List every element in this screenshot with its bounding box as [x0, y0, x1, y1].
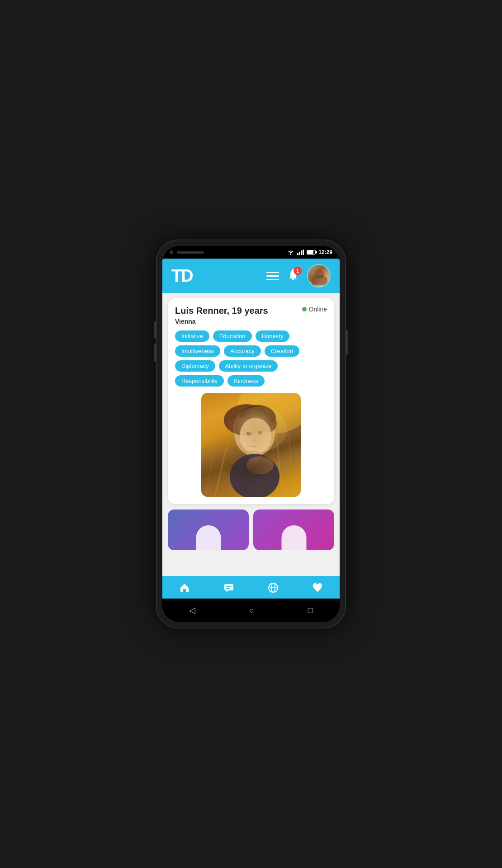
suggestion-card-1[interactable] [168, 509, 249, 550]
back-button[interactable]: ◁ [189, 605, 195, 615]
nav-home[interactable] [172, 580, 197, 595]
suggestion-avatar-1 [196, 525, 221, 550]
app-logo: TD [171, 266, 193, 286]
online-status: Online [302, 306, 327, 313]
tag-ability-to-organize[interactable]: Ability to organize [219, 360, 278, 372]
home-button[interactable]: ○ [249, 606, 254, 615]
tag-initiative[interactable]: Initiative [175, 330, 209, 342]
header-right: 1 [266, 264, 331, 288]
vol-down-button[interactable] [154, 344, 156, 362]
notifications-button[interactable]: 1 [287, 269, 299, 283]
online-indicator [302, 307, 307, 311]
profile-photo-bg [201, 393, 301, 497]
user-avatar[interactable] [307, 264, 331, 288]
profile-name: Luis Renner, 19 years [175, 306, 268, 316]
heart-icon [312, 582, 323, 593]
tag-education[interactable]: Education [213, 330, 252, 342]
phone-screen: 12:29 TD 1 [162, 246, 340, 622]
photo-overlay [201, 393, 301, 497]
home-icon [179, 582, 190, 593]
notification-badge: 1 [294, 267, 302, 275]
nav-explore[interactable] [260, 580, 286, 595]
bottom-nav [162, 576, 340, 599]
status-bar-right: 12:29 [287, 249, 332, 255]
online-label: Online [309, 306, 327, 313]
battery-icon [307, 250, 316, 255]
speaker [177, 251, 204, 254]
profile-location: Vienna [175, 318, 327, 325]
suggestions-row [168, 509, 334, 550]
phone-frame: 12:29 TD 1 [156, 240, 346, 628]
tag-creation[interactable]: Creation [265, 345, 299, 357]
suggestion-card-2[interactable] [253, 509, 334, 550]
svg-rect-25 [226, 588, 230, 589]
app-screen: TD 1 [162, 259, 340, 599]
app-header: TD 1 [162, 259, 340, 293]
android-nav: ◁ ○ □ [162, 599, 340, 622]
vol-up-button[interactable] [154, 321, 156, 339]
svg-rect-24 [226, 586, 232, 587]
tag-honesty[interactable]: Honesty [256, 330, 290, 342]
explore-icon [268, 582, 279, 593]
tags-container: Initiative Education Honesty Intuitivene… [175, 330, 327, 387]
profile-photo [201, 393, 301, 497]
messages-icon [223, 582, 234, 593]
main-content: Luis Renner, 19 years Online Vienna Init… [162, 293, 340, 576]
wifi-icon [287, 250, 294, 255]
camera-sensor [170, 250, 173, 254]
svg-point-0 [292, 278, 294, 280]
tag-kindness[interactable]: Kindness [227, 375, 264, 387]
tag-intuitiveness[interactable]: Intuitiveness [175, 345, 220, 357]
status-bar: 12:29 [162, 246, 340, 259]
profile-header: Luis Renner, 19 years Online [175, 306, 327, 316]
nav-favorites[interactable] [305, 580, 330, 595]
profile-card: Luis Renner, 19 years Online Vienna Init… [168, 298, 334, 504]
suggestion-avatar-2 [281, 525, 306, 550]
recents-button[interactable]: □ [308, 606, 313, 615]
nav-messages[interactable] [216, 580, 242, 595]
tag-diplomacy[interactable]: Diplomacy [175, 360, 215, 372]
signal-icon [297, 250, 304, 255]
menu-button[interactable] [266, 272, 279, 280]
tag-responsibility[interactable]: Responsibility [175, 375, 224, 387]
clock: 12:29 [318, 249, 332, 255]
tag-accuracy[interactable]: Accuracy [224, 345, 260, 357]
power-button[interactable] [346, 330, 348, 355]
